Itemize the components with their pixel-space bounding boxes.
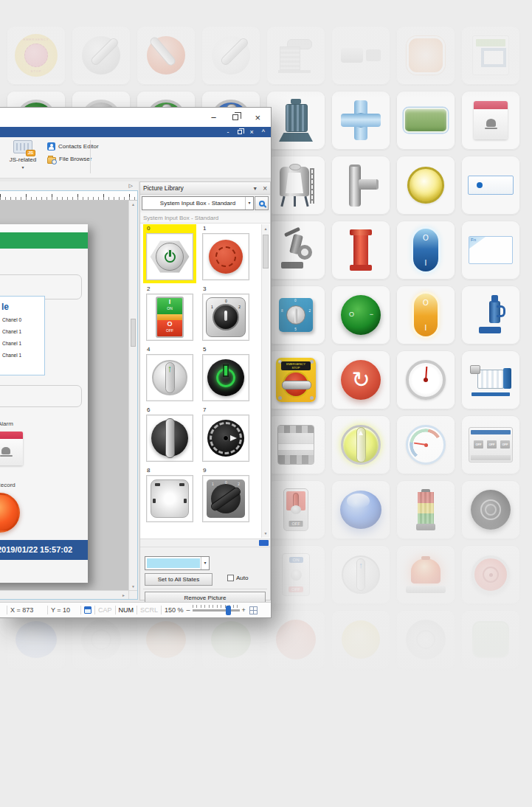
tile-submersible-pump[interactable] (266, 91, 325, 150)
tile-lever-knob-white[interactable] (201, 26, 260, 85)
tile-emergency-stop-box[interactable]: EMERGENCYSTOP (266, 350, 325, 409)
tile-white-gauge[interactable] (396, 350, 455, 409)
layout-grid-icon[interactable] (249, 606, 258, 614)
tile-yellow-indicator[interactable] (396, 156, 455, 215)
doc-close-button[interactable]: × (250, 128, 254, 136)
toolbar-overflow-arrow[interactable]: ▷ (129, 183, 133, 188)
tile-fn-input-box[interactable]: Fn (461, 221, 520, 280)
library-combobox[interactable]: System Input Box - Standard ▾ (142, 196, 254, 210)
tile-orange-rocker-switch[interactable]: O I (396, 285, 455, 344)
tile-orange-dome-faint[interactable] (137, 610, 196, 669)
minimize-button[interactable]: − (211, 113, 217, 122)
library-item-4[interactable]: 4 ↑ (143, 345, 196, 404)
auto-checkbox[interactable] (227, 575, 234, 581)
form-channel-panel[interactable]: le Chanel 0 Chanel 1 Chanel 1 Chanel 1 (0, 296, 45, 375)
library-item-1[interactable]: 1 (199, 224, 252, 283)
tile-ring-knob-faint[interactable] (396, 610, 455, 669)
tile-lever-knob-gray[interactable] (72, 26, 131, 85)
library-item-2[interactable]: 2 ION OOFF (143, 285, 196, 344)
tile-dark-buzzer[interactable] (461, 480, 520, 539)
library-item-0[interactable]: 0 (143, 224, 196, 283)
doc-minimize-button[interactable]: - (227, 128, 229, 136)
tile-horizontal-pump-gray[interactable] (331, 26, 390, 85)
form-green-banner[interactable] (0, 232, 88, 249)
tile-arrow-knob[interactable]: ↑ (331, 545, 390, 604)
tile-yellow-button-faint[interactable] (331, 610, 390, 669)
set-to-all-states-button[interactable]: Set to All States (145, 573, 213, 586)
library-item-3[interactable]: 3 1 0 2 (199, 285, 252, 344)
tile-green-rocker-switch[interactable]: O − (331, 285, 390, 344)
library-item-8[interactable]: 8 (143, 466, 196, 525)
tile-on-off-toggle[interactable]: ON OFF (266, 545, 325, 604)
panel-menu-icon[interactable]: ▼ (252, 186, 258, 191)
tile-pink-buzzer[interactable] (461, 545, 520, 604)
tile-rotary-dial[interactable]: 0 2 5 8 (266, 285, 325, 344)
library-item-9[interactable]: 9 1 0 2 (199, 466, 252, 525)
zoom-slider[interactable] (193, 609, 240, 612)
scroll-down-icon[interactable]: ▼ (129, 584, 137, 589)
tile-red-beacon[interactable] (396, 545, 455, 604)
scroll-up-icon[interactable]: ▲ (262, 226, 269, 231)
tile-green-display[interactable] (396, 91, 455, 150)
tile-vacuum-pump[interactable] (266, 26, 325, 85)
tile-t-pipe[interactable] (331, 156, 390, 215)
tile-red-button-faint[interactable] (266, 610, 325, 669)
tile-blue-pump[interactable] (461, 350, 520, 409)
doc-restore-button[interactable] (238, 130, 242, 134)
tile-relief-valve-blue[interactable] (461, 285, 520, 344)
canvas-horizontal-scrollbar[interactable]: ► (0, 590, 137, 599)
tile-breaker-3pole[interactable]: OFF OFF OFF (461, 415, 520, 474)
design-canvas[interactable]: le Chanel 0 Chanel 1 Chanel 1 Chanel 1 A… (0, 201, 128, 590)
alarm-bell-widget[interactable] (0, 432, 23, 465)
scroll-down-icon[interactable]: ▼ (262, 531, 269, 536)
tile-red-coupling[interactable] (331, 221, 390, 280)
tile-orange-square-button[interactable] (396, 26, 455, 85)
file-browser-button[interactable]: File Browser (47, 153, 91, 164)
tile-red-reset-button[interactable]: ↻ (331, 350, 390, 409)
record-button-widget[interactable] (0, 493, 20, 533)
state-combobox[interactable]: ▾ (145, 556, 210, 570)
tile-stack-light[interactable] (396, 480, 455, 539)
designed-form[interactable]: le Chanel 0 Chanel 1 Chanel 1 Chanel 1 A… (0, 224, 88, 583)
tile-green-square-faint[interactable] (461, 610, 520, 669)
ribbon-collapse-button[interactable]: ^ (262, 128, 265, 136)
library-vertical-scrollbar[interactable]: ▲ ▼ (261, 224, 269, 538)
chevron-down-icon[interactable]: ▾ (201, 557, 209, 569)
scrollbar-thumb[interactable] (263, 235, 269, 269)
tile-lever-knob-red[interactable] (137, 26, 196, 85)
tile-progress-box[interactable] (461, 156, 520, 215)
scroll-right-icon[interactable]: ► (122, 593, 125, 598)
library-item-6[interactable]: 6 (143, 406, 196, 465)
tile-blue-dome-faint[interactable] (7, 610, 66, 669)
tile-colored-gauge[interactable] (396, 415, 455, 474)
tile-emergency-stop-round[interactable]: EMERGENCY STOP (7, 26, 66, 85)
tile-blue-dome-button[interactable] (331, 480, 390, 539)
zoom-slider-thumb[interactable] (226, 606, 231, 615)
tile-storage-tank[interactable] (266, 156, 325, 215)
library-item-5[interactable]: 5 (199, 345, 252, 404)
library-item-7[interactable]: 7 (199, 406, 252, 465)
picture-library-header[interactable]: Picture Library ▼ × (140, 182, 270, 195)
tile-red-toggle-switch[interactable]: OFF (266, 480, 325, 539)
chevron-down-icon[interactable]: ▾ (245, 197, 253, 209)
tile-green-header-card[interactable] (461, 26, 520, 85)
tile-yellow-selector[interactable] (331, 415, 390, 474)
tile-blue-rocker-switch[interactable]: O I (396, 221, 455, 280)
js-related-button[interactable]: JS JS-related ▾ (3, 139, 43, 177)
scrollbar-thumb[interactable] (259, 540, 269, 546)
restore-button[interactable] (232, 114, 238, 120)
tile-relief-valve-gray[interactable] (266, 221, 325, 280)
timestamp-bar[interactable]: 2019/01/22 15:57:02 (0, 540, 88, 560)
canvas-vertical-scrollbar[interactable]: ▲ ▼ (128, 201, 137, 590)
contacts-editor-button[interactable]: Contacts Editor (47, 141, 99, 152)
close-button[interactable]: × (255, 113, 260, 122)
panel-close-icon[interactable]: × (263, 184, 267, 193)
tile-silver-knob-faint[interactable] (72, 610, 131, 669)
tile-alarm-bell-card[interactable] (461, 91, 520, 150)
tile-cross-pipe[interactable] (331, 91, 390, 150)
library-search-button[interactable] (255, 196, 269, 210)
zoom-out-button[interactable]: – (187, 606, 190, 614)
library-horizontal-scrollbar[interactable] (140, 538, 270, 547)
tile-green-dome-faint[interactable] (201, 610, 260, 669)
tile-breaker-gray[interactable] (266, 415, 325, 474)
